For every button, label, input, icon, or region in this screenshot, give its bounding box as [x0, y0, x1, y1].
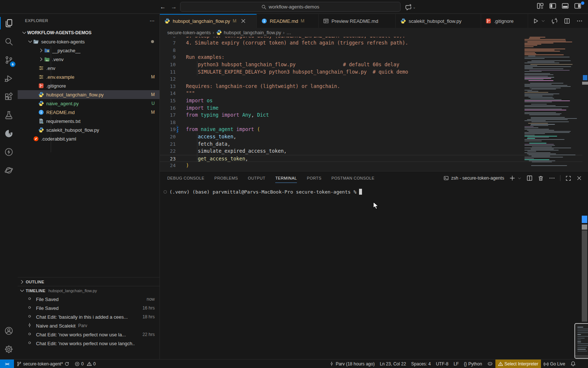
toggle-secondary-sidebar-icon[interactable]: [574, 2, 581, 10]
shell-session-label[interactable]: zsh - secure-token-agents: [444, 176, 504, 181]
open-changes-icon[interactable]: [551, 18, 558, 24]
cursor-position[interactable]: Ln 23, Col 22: [377, 360, 408, 368]
tab-label: Preview README.md: [331, 18, 378, 24]
tab--gitignore[interactable]: .gitignore: [481, 14, 528, 28]
language-mode[interactable]: {} Python: [461, 360, 484, 368]
activity-testing[interactable]: [0, 106, 18, 124]
split-editor-icon[interactable]: [564, 18, 570, 24]
tree-item-scalekit-hubspot-flow-py[interactable]: scalekit_hubspot_flow.py: [18, 125, 160, 134]
toggle-panel-icon[interactable]: [562, 2, 569, 10]
tree-item-secure-token-agents[interactable]: secure-token-agents: [18, 37, 160, 46]
command-center-search[interactable]: workflow-agents-demos: [180, 2, 401, 12]
tab-preview-readme-md[interactable]: Preview README.md: [319, 14, 396, 28]
timeline-section-header[interactable]: TIMELINE hubspot_langchain_flow.py: [18, 286, 160, 295]
scrollbar-thumb[interactable]: [582, 230, 587, 322]
activity-extensions[interactable]: [0, 88, 18, 106]
split-terminal-icon[interactable]: [526, 175, 533, 181]
minimap-line: [527, 151, 536, 152]
activity-orbit[interactable]: [0, 161, 18, 180]
customize-layout-icon[interactable]: [537, 2, 544, 10]
tree-root-workspace[interactable]: WORKFLOW-AGENTS-DEMOS: [18, 28, 160, 37]
close-panel-button[interactable]: [576, 175, 582, 181]
select-interpreter-button[interactable]: Select Interpreter: [495, 360, 541, 368]
activity-settings[interactable]: [0, 340, 18, 358]
timeline-item[interactable]: File Saved16 hrs: [18, 304, 160, 312]
run-button[interactable]: [532, 18, 539, 24]
timeline-item[interactable]: Chat Edit: 'basically in this i added a …: [18, 312, 160, 321]
minimap-line: [524, 49, 565, 49]
code-line-21: 21 fetch_data,: [160, 141, 582, 148]
forward-arrow-icon[interactable]: →: [169, 2, 179, 12]
tree-item-naive-agent-py[interactable]: naive_agent.pyU: [18, 99, 160, 108]
tab-readme-md[interactable]: README.mdM: [257, 14, 319, 28]
minimap-line: [528, 56, 535, 56]
outline-section-header[interactable]: OUTLINE: [18, 277, 160, 286]
toggle-sidebar-icon[interactable]: [549, 2, 556, 10]
line-number: 10: [160, 61, 176, 68]
panel-tab-ports[interactable]: PORTS: [307, 171, 322, 185]
screenshot-thumbnail[interactable]: [574, 323, 588, 359]
tree-item--pycache-[interactable]: __pycache__: [18, 46, 160, 55]
minimap[interactable]: [524, 37, 580, 171]
copilot-status[interactable]: [485, 360, 495, 368]
new-terminal-button[interactable]: [509, 175, 516, 181]
tree-item--coderabbit-yaml[interactable]: .coderabbit.yaml: [18, 134, 160, 143]
panel-tab-output[interactable]: OUTPUT: [248, 171, 266, 185]
panel-tab-problems[interactable]: PROBLEMS: [214, 171, 238, 185]
remote-indicator[interactable]: ><: [0, 360, 14, 368]
line-text: from typing import Any, Dict: [186, 112, 269, 119]
more-actions-icon[interactable]: [576, 18, 583, 24]
tree-item--env[interactable]: .env: [18, 64, 160, 72]
tree-item-readme-md[interactable]: README.mdM: [18, 108, 160, 117]
timeline-item[interactable]: Chat Edit: 'now works perfect now use la…: [18, 330, 160, 339]
more-actions-icon[interactable]: ⋯: [150, 18, 155, 24]
copilot-chat-button[interactable]: ⌄: [405, 2, 416, 12]
commit-status[interactable]: Parv (18 hours ago): [327, 360, 377, 368]
breadcrumb-file[interactable]: hubspot_langchain_flow.py: [224, 30, 281, 35]
tree-item--venv[interactable]: .venv: [18, 55, 160, 64]
activity-explorer[interactable]: [0, 14, 18, 32]
breadcrumb-tail[interactable]: …: [286, 30, 291, 35]
activity-search[interactable]: [0, 32, 18, 51]
breadcrumb[interactable]: secure-token-agents › hubspot_langchain_…: [160, 28, 588, 37]
go-live-button[interactable]: Go Live: [541, 360, 568, 368]
activity-thunder-client[interactable]: [0, 143, 18, 161]
files-icon: [4, 19, 13, 28]
encoding-status[interactable]: UTF-8: [433, 360, 451, 368]
eol-status[interactable]: LF: [451, 360, 461, 368]
tab-hubspot-langchain-flow-py[interactable]: hubspot_langchain_flow.pyM: [160, 14, 257, 28]
problems-status[interactable]: 0 0: [72, 360, 98, 368]
tree-item--env-example[interactable]: .env.exampleM: [18, 72, 160, 81]
notifications-bell[interactable]: [568, 360, 578, 368]
indentation-status[interactable]: Spaces: 4: [409, 360, 433, 368]
maximize-panel-button[interactable]: [565, 175, 571, 181]
activity-coderabbit[interactable]: [0, 124, 18, 143]
activity-account[interactable]: [0, 322, 18, 340]
timeline-item[interactable]: Naive and ScalekitParv: [18, 321, 160, 330]
kill-terminal-icon[interactable]: [538, 175, 544, 181]
tab-label: hubspot_langchain_flow.py: [173, 18, 230, 24]
activity-source-control[interactable]: 6: [0, 51, 18, 69]
close-icon[interactable]: [240, 18, 246, 24]
terminal-prompt-line[interactable]: (.venv) (base) parvmittal@Parvs-MacBook-…: [164, 189, 362, 195]
panel-tab-terminal[interactable]: TERMINAL: [275, 171, 297, 185]
run-dropdown-icon[interactable]: [541, 19, 545, 23]
tab-scalekit-hubspot-flow-py[interactable]: scalekit_hubspot_flow.py: [396, 14, 481, 28]
breadcrumb-folder[interactable]: secure-token-agents: [167, 30, 211, 35]
more-actions-icon[interactable]: [549, 175, 555, 181]
file-name: .coderabbit.yaml: [41, 136, 76, 142]
breadcrumb-separator: ›: [213, 30, 214, 35]
tree-item-requirements-txt[interactable]: requirements.txt: [18, 117, 160, 125]
panel-tab-debug-console[interactable]: DEBUG CONSOLE: [167, 171, 204, 185]
activity-run-debug[interactable]: [0, 69, 18, 88]
back-arrow-icon[interactable]: ←: [158, 2, 168, 12]
timeline-item[interactable]: Chat Edit: 'now works perfect now use la…: [18, 339, 160, 348]
branch-status[interactable]: secure-token-agent*: [14, 360, 72, 368]
outline-title: OUTLINE: [26, 280, 44, 284]
panel-tab-postman-console[interactable]: POSTMAN CONSOLE: [331, 171, 374, 185]
tree-item-hubspot-langchain-flow-py[interactable]: hubspot_langchain_flow.pyM: [18, 90, 160, 99]
file-name: .gitignore: [46, 83, 66, 89]
timeline-item[interactable]: File Savednow: [18, 295, 160, 304]
tree-item--gitignore[interactable]: .gitignore: [18, 81, 160, 90]
terminal-dropdown-icon[interactable]: [517, 176, 521, 180]
